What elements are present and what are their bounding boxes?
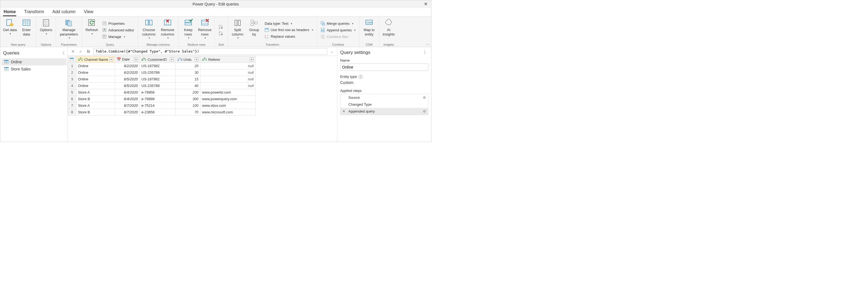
row-number[interactable]: 1: [68, 63, 76, 69]
split-column-button[interactable]: Split column: [229, 17, 246, 40]
table-row[interactable]: 3Online6/5/2020US-18798215null: [68, 76, 255, 82]
formula-cancel-icon[interactable]: ✕: [70, 48, 76, 55]
table-row[interactable]: 8Store B6/7/2020e-2365870www.microsoft.c…: [68, 109, 255, 115]
cell-units[interactable]: 30: [176, 69, 200, 76]
append-queries-button[interactable]: Append queries: [319, 27, 358, 33]
query-name-input[interactable]: [340, 64, 428, 71]
step-appended-query[interactable]: ✕ Appended query ⚙: [340, 108, 428, 115]
table-row[interactable]: 1Online6/2/2020US-18798220null: [68, 63, 255, 69]
cell-channel[interactable]: Store B: [76, 96, 115, 102]
cell-date[interactable]: 6/2/2020: [115, 69, 140, 76]
enter-data-button[interactable]: Enter data: [19, 17, 34, 37]
refresh-button[interactable]: Refresh: [84, 17, 100, 36]
table-row[interactable]: 4Online6/5/2020US-23578940null: [68, 82, 255, 89]
map-to-entity-button[interactable]: CDM Map to entity: [361, 17, 377, 37]
filter-icon[interactable]: ▾: [134, 58, 138, 61]
row-number[interactable]: 3: [68, 76, 76, 82]
filter-icon[interactable]: ▾: [170, 58, 174, 61]
tab-add-column[interactable]: Add column: [52, 8, 76, 16]
cell-customerid[interactable]: US-235789: [140, 69, 176, 76]
cell-customerid[interactable]: e-78899: [140, 96, 176, 102]
cell-date[interactable]: 6/5/2020: [115, 82, 140, 89]
cell-customerid[interactable]: US-187982: [140, 63, 176, 69]
cell-date[interactable]: 6/7/2020: [115, 109, 140, 115]
data-type-button[interactable]: Data type: Text: [263, 21, 315, 27]
remove-rows-button[interactable]: Remove rows: [197, 17, 213, 40]
cell-date[interactable]: 6/5/2020: [115, 76, 140, 82]
cell-customerid[interactable]: e-23658: [140, 109, 176, 115]
cell-channel[interactable]: Online: [76, 76, 115, 82]
sidebar-collapse-icon[interactable]: 〈: [60, 50, 65, 56]
cell-customerid[interactable]: US-187982: [140, 76, 176, 82]
cell-referer[interactable]: www.powerquery.com: [200, 96, 255, 102]
filter-icon[interactable]: ▾: [250, 58, 254, 61]
properties-button[interactable]: Properties: [100, 21, 136, 27]
ribbon-collapse-button[interactable]: ︿: [426, 41, 430, 46]
cell-referer[interactable]: null: [200, 82, 255, 89]
row-number[interactable]: 5: [68, 89, 76, 96]
data-grid[interactable]: ABC Channel Name▾ 📅 Date▾ ABC CustomerID…: [68, 56, 337, 142]
col-customerid[interactable]: ABC CustomerID▾: [140, 56, 176, 63]
filter-icon[interactable]: ▾: [109, 58, 113, 61]
cell-units[interactable]: 300: [176, 96, 200, 102]
col-referer[interactable]: ABC Referer▾: [200, 56, 255, 63]
corner-cell[interactable]: [68, 56, 76, 63]
col-channel-name[interactable]: ABC Channel Name▾: [76, 56, 115, 63]
col-units[interactable]: 123 Units▾: [176, 56, 200, 63]
cell-customerid[interactable]: US-235789: [140, 82, 176, 89]
fx-icon[interactable]: fx: [86, 48, 92, 55]
expand-settings-icon[interactable]: 〉: [424, 49, 428, 56]
first-row-headers-button[interactable]: Use first row as headers: [263, 27, 315, 33]
manage-parameters-button[interactable]: Manage parameters: [58, 17, 80, 40]
cell-referer[interactable]: www.powerbi.com: [200, 89, 255, 96]
group-by-button[interactable]: Group by: [246, 17, 262, 37]
cell-referer[interactable]: www.xbox.com: [200, 102, 255, 109]
table-row[interactable]: 6Store B6/4/2020e-78899300www.powerquery…: [68, 96, 255, 102]
cell-date[interactable]: 6/4/2020: [115, 96, 140, 102]
sort-desc-button[interactable]: ZA: [218, 31, 224, 36]
cell-channel[interactable]: Store A: [76, 89, 115, 96]
row-number[interactable]: 7: [68, 102, 76, 109]
info-icon[interactable]: i: [359, 75, 363, 79]
table-row[interactable]: 7Store A6/7/2020e-75214100www.xbox.com: [68, 102, 255, 109]
tab-view[interactable]: View: [83, 8, 94, 16]
get-data-button[interactable]: Get data: [2, 17, 18, 36]
combine-files-button[interactable]: Combine files: [319, 34, 358, 40]
cell-date[interactable]: 6/7/2020: [115, 102, 140, 109]
close-button[interactable]: ✕: [420, 1, 431, 7]
keep-rows-button[interactable]: Keep rows: [180, 17, 196, 40]
row-number[interactable]: 4: [68, 82, 76, 89]
cell-units[interactable]: 70: [176, 109, 200, 115]
gear-icon[interactable]: ⚙: [423, 96, 426, 100]
sort-asc-button[interactable]: AZ: [218, 24, 224, 29]
cell-date[interactable]: 6/2/2020: [115, 63, 140, 69]
cell-units[interactable]: 200: [176, 89, 200, 96]
col-date[interactable]: 📅 Date▾: [115, 56, 140, 63]
delete-step-icon[interactable]: ✕: [342, 109, 346, 113]
options-button[interactable]: Options: [38, 17, 54, 36]
cell-referer[interactable]: null: [200, 69, 255, 76]
cell-units[interactable]: 20: [176, 63, 200, 69]
manage-button[interactable]: Manage: [100, 34, 136, 40]
tab-transform[interactable]: Transform: [24, 8, 44, 16]
step-source[interactable]: Source ⚙: [340, 94, 428, 101]
table-row[interactable]: 5Store A6/4/2020e-78956200www.powerbi.co…: [68, 89, 255, 96]
choose-columns-button[interactable]: Choose columns: [140, 17, 158, 40]
formula-expand-icon[interactable]: ⌄: [329, 48, 335, 55]
merge-queries-button[interactable]: Merge queries: [319, 21, 358, 27]
cell-channel[interactable]: Online: [76, 63, 115, 69]
row-number[interactable]: 6: [68, 96, 76, 102]
ai-insights-button[interactable]: AI insights: [381, 17, 397, 37]
row-number[interactable]: 8: [68, 109, 76, 115]
gear-icon[interactable]: ⚙: [423, 109, 426, 113]
cell-referer[interactable]: www.microsoft.com: [200, 109, 255, 115]
cell-channel[interactable]: Online: [76, 82, 115, 89]
remove-columns-button[interactable]: Remove columns: [158, 17, 177, 40]
cell-channel[interactable]: Store B: [76, 109, 115, 115]
cell-customerid[interactable]: e-78956: [140, 89, 176, 96]
formula-accept-icon[interactable]: ✓: [78, 48, 84, 55]
row-number[interactable]: 2: [68, 69, 76, 76]
query-item-store-sales[interactable]: Store Sales: [1, 66, 66, 73]
formula-input[interactable]: [93, 48, 327, 55]
cell-referer[interactable]: null: [200, 63, 255, 69]
